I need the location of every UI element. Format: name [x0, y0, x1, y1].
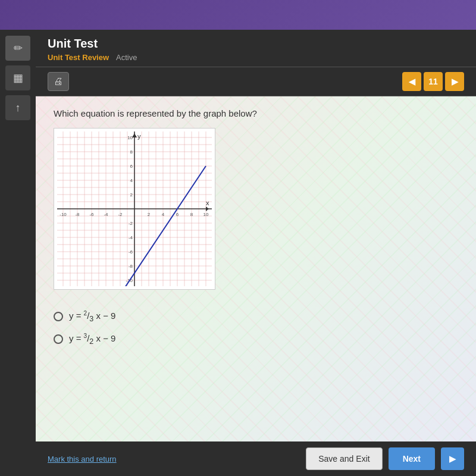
breadcrumb-link[interactable]: Unit Test Review	[48, 53, 109, 62]
top-bar	[0, 0, 476, 30]
mark-return-link[interactable]: Mark this and return	[48, 455, 117, 464]
next-button[interactable]: Next	[389, 447, 435, 470]
main-area: ✏ ▦ ↑ Unit Test Unit Test Review Active …	[0, 30, 476, 476]
question-content: Which equation is represented by the gra…	[36, 96, 476, 441]
prev-button[interactable]: ◀	[402, 72, 421, 91]
breadcrumb-active: Active	[116, 53, 137, 62]
question-text: Which equation is represented by the gra…	[54, 108, 458, 118]
print-button[interactable]: 🖨	[48, 72, 69, 91]
pencil-icon[interactable]: ✏	[5, 36, 30, 61]
sidebar: ✏ ▦ ↑	[0, 30, 36, 476]
page-title: Unit Test	[48, 37, 464, 51]
answer-label-b: y = 3/2 x − 9	[69, 333, 115, 346]
radio-b[interactable]	[54, 334, 63, 344]
breadcrumb: Unit Test Review Active	[48, 53, 464, 62]
footer: Mark this and return Save and Exit Next …	[36, 441, 476, 476]
answer-option-b[interactable]: y = 3/2 x − 9	[54, 333, 458, 346]
next-page-button[interactable]: ▶	[445, 72, 464, 91]
footer-buttons: Save and Exit Next ▶	[306, 447, 464, 470]
graph-canvas	[57, 131, 212, 286]
answer-option-a[interactable]: y = 2/3 x − 9	[54, 310, 458, 323]
calculator-icon[interactable]: ▦	[5, 65, 30, 90]
question-inner: Which equation is represented by the gra…	[54, 108, 458, 346]
radio-a[interactable]	[54, 312, 63, 321]
answer-label-a: y = 2/3 x − 9	[69, 310, 115, 323]
header: Unit Test Unit Test Review Active	[36, 30, 476, 67]
graph-container	[54, 128, 215, 290]
toolbar: 🖨 ◀ 11 ▶	[36, 67, 476, 96]
save-exit-button[interactable]: Save and Exit	[306, 447, 382, 470]
toolbar-right: ◀ 11 ▶	[402, 72, 464, 91]
page-number: 11	[424, 72, 443, 91]
next-arrow-button[interactable]: ▶	[441, 447, 464, 470]
answers: y = 2/3 x − 9 y = 3/2 x − 9	[54, 310, 458, 346]
content-area: Unit Test Unit Test Review Active 🖨 ◀ 11…	[36, 30, 476, 476]
toolbar-left: 🖨	[48, 72, 69, 91]
arrow-up-icon[interactable]: ↑	[5, 95, 30, 120]
